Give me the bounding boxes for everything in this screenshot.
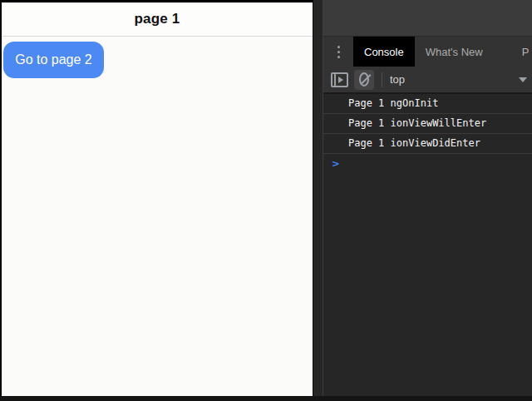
tab-console-label: Console (364, 46, 404, 58)
kebab-menu-icon[interactable] (323, 37, 353, 67)
devtools-tab-bar: Console What's New P (323, 37, 532, 67)
console-toolbar: top (323, 67, 532, 94)
console-input-row[interactable]: > (323, 154, 532, 173)
tab-truncated[interactable]: P (522, 37, 530, 67)
tab-console[interactable]: Console (353, 37, 415, 67)
context-selector[interactable]: top (390, 73, 405, 86)
devtools-panel: Console What's New P top Page 1 ngOnInit… (323, 0, 532, 396)
console-message: Page 1 ionViewDidEnter (323, 134, 532, 154)
tab-whats-new[interactable]: What's New (415, 37, 494, 67)
console-sidebar-icon[interactable] (331, 72, 348, 87)
devtools-resize-gutter[interactable] (313, 0, 323, 396)
console-message: Page 1 ionViewWillEnter (323, 114, 532, 134)
window-bottom-edge (0, 396, 532, 401)
tab-truncated-label: P (522, 46, 530, 58)
clear-console-button[interactable] (354, 70, 374, 90)
screen: page 1 Go to page 2 Console What's New P (0, 0, 532, 401)
console-message: Page 1 ngOnInit (323, 94, 532, 114)
app-header: page 1 (2, 2, 313, 37)
app-viewport: page 1 Go to page 2 (2, 2, 313, 397)
console-messages[interactable]: Page 1 ngOnInit Page 1 ionViewWillEnter … (323, 94, 532, 396)
toolbar-divider (382, 72, 382, 87)
tab-whats-new-label: What's New (426, 46, 483, 58)
console-prompt-icon: > (332, 157, 340, 170)
devtools-top-spacer (323, 0, 532, 37)
clear-console-icon (359, 72, 369, 87)
chevron-down-icon[interactable] (519, 77, 527, 82)
page-title: page 1 (134, 11, 180, 27)
go-to-page-2-button[interactable]: Go to page 2 (3, 42, 104, 78)
